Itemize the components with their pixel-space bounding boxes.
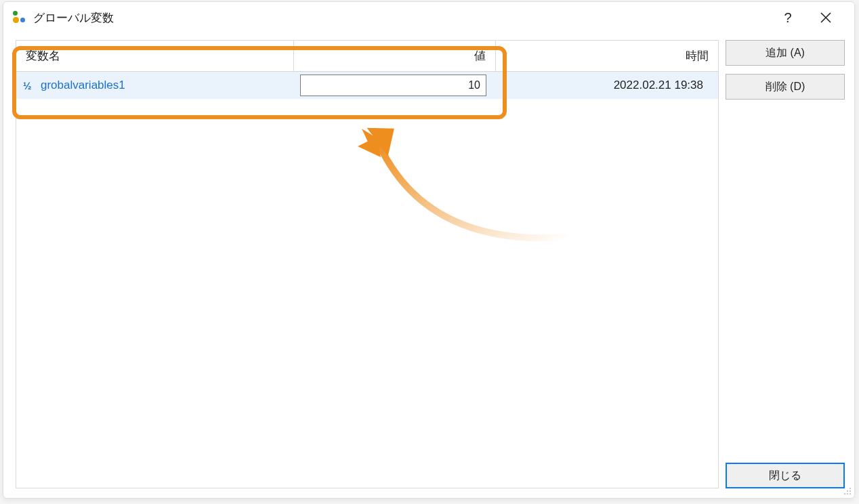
close-button[interactable]: 閉じる xyxy=(726,463,845,488)
dialog-window: グローバル変数 ? 変数名 値 時間 ½ grobalvariables1 20… xyxy=(3,1,855,499)
svg-point-3 xyxy=(844,493,845,495)
cell-value xyxy=(294,72,496,99)
client-area: 変数名 値 時間 ½ grobalvariables1 2022.02.21 1… xyxy=(3,33,854,498)
table-header: 変数名 値 時間 xyxy=(16,41,718,72)
svg-point-4 xyxy=(847,493,848,495)
svg-point-2 xyxy=(850,490,851,492)
cell-time: 2022.02.21 19:38 xyxy=(496,79,718,92)
fraction-icon: ½ xyxy=(23,80,37,91)
close-icon[interactable] xyxy=(807,2,845,33)
value-input[interactable] xyxy=(300,75,486,96)
add-button[interactable]: 追加 (A) xyxy=(726,40,845,66)
svg-point-1 xyxy=(847,490,848,492)
titlebar: グローバル変数 ? xyxy=(3,2,854,33)
window-title: グローバル変数 xyxy=(33,10,114,26)
table-row[interactable]: ½ grobalvariables1 2022.02.21 19:38 xyxy=(16,72,718,99)
column-header-time[interactable]: 時間 xyxy=(496,41,718,71)
delete-button[interactable]: 削除 (D) xyxy=(726,74,845,100)
resize-grip-icon[interactable] xyxy=(841,484,853,497)
app-icon xyxy=(13,11,26,24)
cell-name: ½ grobalvariables1 xyxy=(16,79,294,92)
variables-table: 変数名 値 時間 ½ grobalvariables1 2022.02.21 1… xyxy=(16,40,719,488)
svg-point-0 xyxy=(850,488,851,489)
variable-name-text: grobalvariables1 xyxy=(41,79,125,92)
column-header-value[interactable]: 値 xyxy=(294,41,496,71)
column-header-name[interactable]: 変数名 xyxy=(16,41,294,71)
help-button[interactable]: ? xyxy=(769,2,807,33)
svg-point-5 xyxy=(850,493,851,495)
button-sidebar: 追加 (A) 削除 (D) 閉じる xyxy=(719,40,845,488)
